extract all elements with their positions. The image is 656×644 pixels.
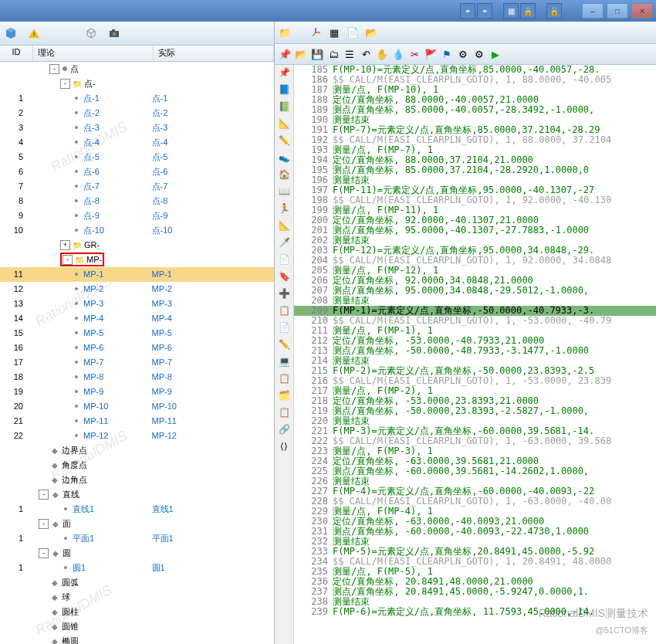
tree-row[interactable]: 11MP-1MP-1 (0, 267, 274, 282)
tree-item-link[interactable]: MP-10 (83, 402, 108, 411)
tree-row[interactable]: 1平面1平面1 (0, 531, 274, 546)
titlebar-icon-link2[interactable]: ⚭ (477, 3, 492, 19)
actual-link[interactable]: 平面1 (152, 534, 174, 543)
cube-blue-icon[interactable] (5, 27, 17, 39)
document-icon[interactable]: 📄 (346, 25, 360, 39)
tree-row[interactable]: 15MP-5MP-5 (0, 326, 274, 341)
tree-row[interactable]: -📁MP- (0, 253, 274, 267)
cut-icon[interactable]: ✂ (407, 47, 421, 61)
code-editor[interactable]: 185F(MP-10)=元素定义/点,直角坐标,85.0000,-40.0057… (294, 65, 656, 644)
tree-row[interactable]: 19MP-9MP-9 (0, 385, 274, 399)
tree-item-link[interactable]: 点-2 (83, 107, 100, 119)
actual-link[interactable]: MP-10 (152, 402, 177, 411)
actual-link[interactable]: MP-12 (152, 431, 177, 440)
flag2-icon[interactable]: ⚑ (440, 47, 454, 61)
tree-row[interactable]: 10点-10点-10 (0, 223, 274, 238)
tree-row[interactable]: -📁点- (0, 76, 274, 91)
minimize-button[interactable]: ‒ (582, 3, 604, 19)
tree-row[interactable]: 1点-1点-1 (0, 91, 274, 106)
tree-row[interactable]: 20MP-10MP-10 (0, 399, 274, 414)
actual-link[interactable]: 圆1 (152, 563, 165, 572)
tree-item-link[interactable]: MP-2 (83, 284, 103, 293)
titlebar-icon-lock[interactable]: 🔒 (520, 3, 536, 19)
actual-link[interactable]: 直线1 (152, 504, 174, 514)
tree-row[interactable]: -◆直线 (0, 487, 274, 502)
tree-row[interactable]: ◆边界点 (0, 443, 274, 458)
maximize-button[interactable]: □ (607, 3, 628, 19)
titlebar-icon-lock2[interactable]: 🔓 (546, 3, 562, 19)
tree-row[interactable]: 12MP-2MP-2 (0, 282, 274, 297)
gutter-icon[interactable]: 📄 (278, 321, 290, 334)
tree-item-link[interactable]: MP-5 (83, 328, 103, 337)
gutter-icon[interactable]: 📖 (278, 185, 290, 198)
gutter-icon[interactable]: 📋 (278, 406, 290, 419)
expand-toggle[interactable]: - (39, 548, 49, 558)
actual-link[interactable]: 点-1 (152, 93, 168, 103)
close-button[interactable]: ✕ (631, 3, 653, 19)
tree-row[interactable]: ◆圆柱 (0, 605, 274, 619)
tree-row[interactable]: 22MP-12MP-12 (0, 429, 274, 443)
gutter-icon[interactable]: 🔖 (278, 270, 290, 283)
gutter-icon[interactable]: ➕ (278, 287, 290, 300)
gutter-icon[interactable]: ⟨⟩ (278, 440, 290, 452)
tree-row[interactable]: -点 (0, 62, 274, 76)
tree-row[interactable]: ◆圆弧 (0, 575, 274, 590)
actual-link[interactable]: 点-8 (152, 196, 168, 205)
actual-link[interactable]: 点-3 (152, 123, 168, 132)
gutter-icon[interactable]: 📋 (278, 372, 290, 385)
actual-link[interactable]: MP-11 (152, 416, 177, 425)
folder-icon[interactable]: 📁 (278, 25, 292, 39)
tree-item-link[interactable]: 点-7 (83, 181, 100, 192)
axes-icon[interactable] (309, 25, 323, 39)
yellow-folder-icon[interactable]: 📂 (364, 25, 378, 39)
tree-row[interactable]: 3点-3点-3 (0, 120, 274, 135)
actual-link[interactable]: MP-2 (152, 284, 172, 293)
tree-row[interactable]: 1直线1直线1 (0, 502, 274, 517)
expand-toggle[interactable]: - (60, 79, 70, 89)
header-actual[interactable]: 实际 (154, 46, 274, 61)
expand-toggle[interactable]: - (49, 64, 59, 74)
gutter-icon[interactable]: 📋 (278, 304, 290, 317)
gutter-icon[interactable]: 🗡️ (278, 236, 290, 249)
camera-icon[interactable] (108, 27, 120, 39)
gutter-icon[interactable]: ✏️ (278, 134, 290, 147)
tree-view[interactable]: RationalDMIS RationalDMIS RationalDMIS R… (0, 62, 274, 644)
tree-row[interactable]: 13MP-3MP-3 (0, 297, 274, 311)
gutter-icon[interactable]: 💻 (278, 355, 290, 368)
tree-row[interactable]: 21MP-11MP-11 (0, 414, 274, 429)
header-id[interactable]: ID (0, 46, 33, 61)
tree-row[interactable]: 2点-2点-2 (0, 106, 274, 120)
hand-icon[interactable]: ✋ (375, 47, 389, 61)
tree-row[interactable]: ◆边角点 (0, 473, 274, 487)
tree-icon[interactable]: 🗂 (326, 47, 340, 61)
tree-row[interactable]: +📁GR- (0, 238, 274, 253)
actual-link[interactable]: MP-6 (152, 343, 172, 352)
tree-row[interactable]: 8点-8点-8 (0, 194, 274, 208)
tree-row[interactable]: 7点-7点-7 (0, 179, 274, 194)
tree-row[interactable]: 4点-4点-4 (0, 135, 274, 150)
tree-row[interactable]: ◆球 (0, 590, 274, 605)
gutter-icon[interactable]: 👟 (278, 151, 290, 164)
gutter-icon[interactable]: ✏️ (278, 338, 290, 351)
tree-row[interactable]: 9点-9点-9 (0, 208, 274, 223)
titlebar-icon-grid[interactable]: ▦ (503, 3, 519, 19)
expand-toggle[interactable]: - (39, 519, 49, 529)
actual-link[interactable]: MP-9 (152, 387, 172, 396)
header-theory[interactable]: 理论 (33, 46, 154, 61)
pin-icon[interactable]: 📌 (278, 47, 292, 61)
actual-link[interactable]: MP-4 (152, 314, 172, 323)
tree-row[interactable]: ◆椭圆 (0, 634, 274, 644)
gutter-icon[interactable]: 🗂️ (278, 389, 290, 402)
tree-row[interactable]: ◆圆锥 (0, 619, 274, 634)
save-icon[interactable]: 💾 (310, 47, 324, 61)
actual-link[interactable]: MP-8 (152, 372, 172, 381)
actual-link[interactable]: MP-5 (152, 328, 172, 337)
actual-link[interactable]: MP-3 (152, 299, 172, 308)
tree-item-link[interactable]: 点-4 (83, 137, 100, 148)
tree-row[interactable]: 1圆1圆1 (0, 561, 274, 575)
tree-item-link[interactable]: 点-5 (83, 151, 100, 163)
titlebar-icon-link[interactable]: ⚭ (460, 3, 475, 19)
actual-link[interactable]: 点-4 (152, 137, 168, 147)
triangle-warn-icon[interactable]: ! (28, 27, 40, 39)
actual-link[interactable]: 点-10 (152, 225, 173, 235)
